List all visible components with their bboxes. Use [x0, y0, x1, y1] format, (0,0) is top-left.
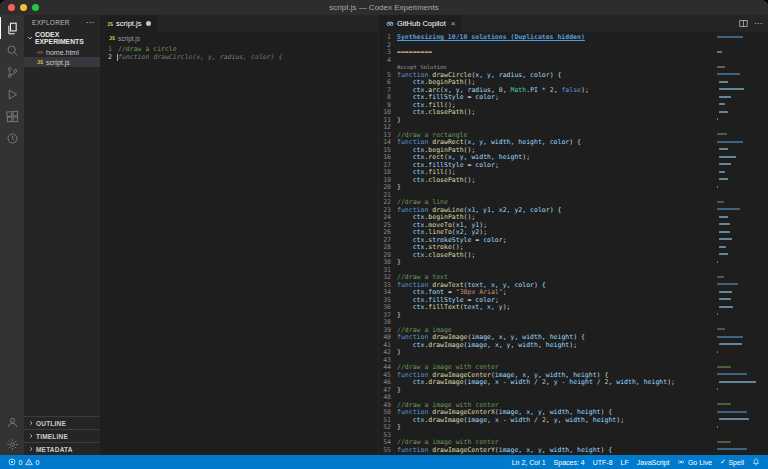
editor-more-actions-icon[interactable]: ⋯	[754, 22, 762, 26]
indentation-status[interactable]: Spaces: 4	[550, 455, 589, 469]
run-debug-icon[interactable]	[0, 83, 24, 105]
line-number: 2	[100, 54, 118, 62]
copilot-icon	[386, 20, 394, 28]
tab-github-copilot[interactable]: GitHub Copilot ×	[379, 15, 463, 32]
clock-icon[interactable]	[0, 127, 24, 149]
explorer-more-actions-icon[interactable]: ⋯	[86, 21, 94, 25]
code-line[interactable]: 46 ctx.drawImage(image, x - width / 2, y…	[379, 379, 768, 387]
encoding-status[interactable]: UTF-8	[589, 455, 617, 469]
section-label: METADATA	[36, 446, 73, 453]
code-line[interactable]: 4	[379, 57, 768, 65]
file-home-html[interactable]: <> home.html	[24, 47, 100, 57]
html-file-icon: <>	[37, 49, 43, 55]
tab-bar-left: JS script.js	[100, 15, 378, 32]
code-line[interactable]: 52}	[379, 424, 768, 432]
code-line[interactable]: 3=========	[379, 49, 768, 57]
code-line[interactable]: 30}	[379, 259, 768, 267]
activity-bar	[0, 15, 24, 455]
code-line[interactable]: 42}	[379, 349, 768, 357]
editor-group-container: JS script.js JS script.js 1//draw a circ…	[100, 15, 768, 455]
line-number: 4	[379, 57, 397, 65]
error-count: 0	[19, 459, 23, 466]
code-line[interactable]: 10 ctx.closePath();	[379, 109, 768, 117]
tab-script-js[interactable]: JS script.js	[100, 15, 159, 32]
error-icon	[8, 458, 16, 466]
extensions-icon[interactable]	[0, 105, 24, 127]
modified-indicator	[146, 21, 151, 26]
status-bar: 0 0 Ln 2, Col 1 Spaces: 4 UTF-8 LF JavaS…	[0, 455, 768, 469]
file-label: script.js	[46, 59, 70, 66]
code-line[interactable]: 41 ctx.drawImage(image, x, y, width, hei…	[379, 342, 768, 350]
chevron-right-icon	[28, 433, 34, 439]
cursor-position[interactable]: Ln 2, Col 1	[508, 455, 550, 469]
chevron-right-icon	[28, 420, 34, 426]
chevron-right-icon	[28, 446, 34, 452]
explorer-sidebar: EXPLORER ⋯ CODEX EXPERIMENTS <> home.htm…	[24, 15, 100, 455]
vscode-window: script.js — Codex Experiments	[0, 0, 768, 469]
search-icon[interactable]	[0, 39, 24, 61]
go-live-button[interactable]: Go Live	[673, 455, 716, 469]
spell-checker-status[interactable]: ✓ Spell	[716, 455, 748, 469]
code-line[interactable]: 2	[379, 42, 768, 50]
line-number: 55	[379, 447, 397, 455]
chevron-down-icon	[27, 35, 33, 41]
eol-status[interactable]: LF	[617, 455, 633, 469]
code-line[interactable]: 47}	[379, 387, 768, 395]
minimize-window-button[interactable]	[20, 4, 27, 11]
tab-label: script.js	[116, 19, 141, 28]
code-line[interactable]: 37}	[379, 312, 768, 320]
code-line[interactable]: 55function drawImageCenterY(image, x, y,…	[379, 447, 768, 455]
zoom-window-button[interactable]	[32, 4, 39, 11]
problems-status[interactable]: 0 0	[4, 455, 43, 469]
js-file-icon: JS	[37, 59, 43, 65]
project-name: CODEX EXPERIMENTS	[35, 31, 98, 45]
outline-section[interactable]: OUTLINE	[24, 416, 100, 429]
notifications-bell-icon[interactable]	[748, 455, 764, 469]
code-line[interactable]: 36 ctx.fillText(text, x, y);	[379, 304, 768, 312]
warning-count: 0	[35, 459, 39, 466]
split-editor-icon[interactable]	[739, 19, 748, 28]
code-line[interactable]: 20}	[379, 184, 768, 192]
broadcast-icon	[677, 458, 685, 466]
tab-label: GitHub Copilot	[397, 19, 446, 28]
js-file-icon: JS	[109, 35, 115, 41]
accept-solution-link[interactable]: Accept Solution	[397, 64, 447, 70]
close-window-button[interactable]	[8, 4, 15, 11]
file-script-js[interactable]: JS script.js	[24, 57, 100, 67]
code-line[interactable]: 51 ctx.drawImage(image, x - width / 2, y…	[379, 417, 768, 425]
code-line[interactable]: 2function drawCircle(x, y, radius, color…	[100, 54, 378, 62]
check-icon: ✓	[720, 458, 726, 466]
breadcrumb-item: script.js	[118, 35, 140, 42]
code-editor-right[interactable]: 1Synthesizing 10/10 solutions (Duplicate…	[379, 32, 768, 455]
tab-bar-right: GitHub Copilot × ⋯	[379, 15, 768, 32]
source-control-icon[interactable]	[0, 61, 24, 83]
file-label: home.html	[46, 49, 79, 56]
warning-icon	[25, 458, 33, 466]
section-label: TIMELINE	[36, 433, 68, 440]
timeline-section[interactable]: TIMELINE	[24, 429, 100, 442]
editor-pane-left: JS script.js JS script.js 1//draw a circ…	[100, 15, 378, 455]
minimap[interactable]	[717, 33, 763, 453]
metadata-section[interactable]: METADATA	[24, 442, 100, 455]
section-label: OUTLINE	[36, 420, 66, 427]
code-line[interactable]: 19 ctx.closePath();	[379, 177, 768, 185]
code-editor-left[interactable]: 1//draw a circle2function drawCircle(x, …	[100, 44, 378, 455]
settings-gear-icon[interactable]	[0, 433, 24, 455]
window-controls	[8, 4, 39, 11]
account-icon[interactable]	[0, 411, 24, 433]
title-bar[interactable]: script.js — Codex Experiments	[0, 0, 768, 15]
window-title: script.js — Codex Experiments	[329, 3, 438, 12]
code-line[interactable]: 29 ctx.closePath();	[379, 252, 768, 260]
explorer-icon[interactable]	[0, 17, 24, 39]
close-tab-icon[interactable]: ×	[451, 19, 456, 28]
js-file-icon: JS	[107, 21, 113, 27]
sidebar-title: EXPLORER	[32, 19, 70, 26]
language-mode[interactable]: JavaScript	[633, 455, 674, 469]
breadcrumb[interactable]: JS script.js	[100, 32, 378, 44]
editor-pane-right: GitHub Copilot × ⋯ 1Synthesizing 10/10 s…	[378, 15, 768, 455]
code-line[interactable]: 11}	[379, 117, 768, 125]
code-line[interactable]: 1Synthesizing 10/10 solutions (Duplicate…	[379, 34, 768, 42]
project-root-folder[interactable]: CODEX EXPERIMENTS	[24, 29, 100, 47]
